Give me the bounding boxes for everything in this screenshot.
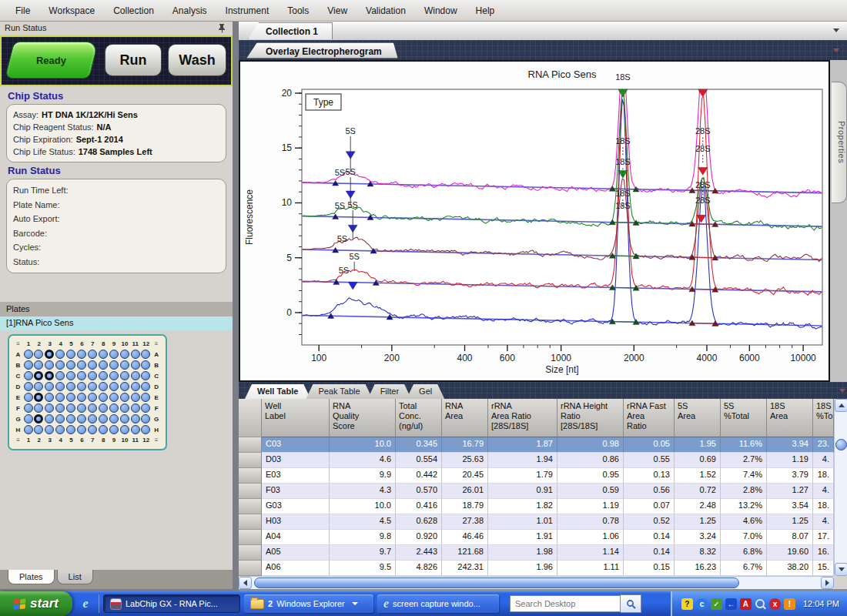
well-E9[interactable] xyxy=(109,393,119,402)
table-row-A05[interactable]: A059.72.443121.681.981.140.148.326.8%19.… xyxy=(239,545,834,561)
well-E1[interactable] xyxy=(24,393,33,402)
well-F5[interactable] xyxy=(66,403,75,413)
well-B3[interactable] xyxy=(45,360,54,370)
search-input[interactable] xyxy=(510,595,621,612)
wash-button[interactable]: Wash xyxy=(168,44,226,76)
well-D11[interactable] xyxy=(131,382,140,391)
well-B2[interactable] xyxy=(34,360,43,370)
row-header-cell[interactable] xyxy=(239,437,262,453)
well-A4[interactable] xyxy=(55,350,65,359)
well-A11[interactable] xyxy=(131,350,140,359)
well-D10[interactable] xyxy=(120,382,129,391)
sync-arrow-icon[interactable]: ← xyxy=(725,598,737,610)
tab-gel[interactable]: Gel xyxy=(407,384,444,399)
security-shield-icon[interactable]: x xyxy=(769,598,781,610)
menu-collection[interactable]: Collection xyxy=(104,2,163,19)
menu-instrument[interactable]: Instrument xyxy=(216,2,279,19)
table-row-F03[interactable]: F034.30.57026.010.910.590.560.722.8%1.27… xyxy=(239,484,834,499)
well-C2[interactable] xyxy=(34,371,43,380)
well-G6[interactable] xyxy=(77,414,86,424)
well-B6[interactable] xyxy=(77,360,86,370)
column-header-well-label[interactable]: WellLabel xyxy=(262,399,330,437)
menu-analysis[interactable]: Analysis xyxy=(163,2,216,19)
row-header-cell[interactable] xyxy=(239,468,262,484)
column-header-18s-area[interactable]: 18SArea xyxy=(767,399,813,437)
column-header-rna-area[interactable]: RNAArea xyxy=(442,399,488,437)
acrobat-icon[interactable]: A xyxy=(740,598,752,610)
menu-tools[interactable]: Tools xyxy=(278,2,318,19)
table-row-G03[interactable]: G0310.00.41618.791.821.190.072.4813.2%3.… xyxy=(239,499,834,514)
tab-overlay-electropherogram[interactable]: Overlay Electropherogram xyxy=(246,42,398,59)
well-H7[interactable] xyxy=(88,425,97,434)
well-D1[interactable] xyxy=(24,382,33,391)
well-D9[interactable] xyxy=(109,382,119,391)
well-D3[interactable] xyxy=(45,382,54,391)
well-H2[interactable] xyxy=(34,425,43,434)
task-button-0[interactable]: LabChip GX - RNA Pic... xyxy=(103,594,240,613)
column-header-rna-quality-score[interactable]: RNAQualityScore xyxy=(330,399,396,437)
row-header-cell[interactable] xyxy=(239,499,262,514)
well-C10[interactable] xyxy=(120,371,129,380)
well-E11[interactable] xyxy=(131,393,140,402)
well-C7[interactable] xyxy=(88,371,97,380)
well-D8[interactable] xyxy=(99,382,108,391)
view-dropdown-icon[interactable] xyxy=(833,49,839,52)
well-F9[interactable] xyxy=(109,403,119,413)
well-H8[interactable] xyxy=(99,425,108,434)
green-util-icon[interactable]: ✓ xyxy=(711,598,722,610)
well-G7[interactable] xyxy=(88,414,97,424)
well-D4[interactable] xyxy=(55,382,65,391)
table-row-D03[interactable]: D034.60.55425.631.940.860.550.692.7%1.19… xyxy=(239,453,834,468)
well-B11[interactable] xyxy=(131,360,140,370)
well-C8[interactable] xyxy=(99,371,108,380)
well-C5[interactable] xyxy=(66,371,75,380)
menu-validation[interactable]: Validation xyxy=(357,2,415,19)
column-header-5s-area[interactable]: 5SArea xyxy=(675,399,721,437)
internet-explorer-icon[interactable]: e xyxy=(82,597,88,611)
well-F2[interactable] xyxy=(34,403,43,413)
well-A2[interactable] xyxy=(34,350,43,359)
well-A6[interactable] xyxy=(77,350,86,359)
well-B4[interactable] xyxy=(55,360,65,370)
well-D5[interactable] xyxy=(66,382,75,391)
well-E6[interactable] xyxy=(77,393,86,402)
well-D6[interactable] xyxy=(77,382,86,391)
vertical-scroll-thumb[interactable] xyxy=(835,439,847,450)
tab-plates[interactable]: Plates xyxy=(8,570,55,584)
task-button-1[interactable]: 2Windows Explorer xyxy=(244,594,373,613)
well-A12[interactable] xyxy=(141,350,150,359)
well-E12[interactable] xyxy=(141,393,150,402)
well-G8[interactable] xyxy=(99,414,108,424)
column-header-rrnaheight-ratio-28s18s[interactable]: rRNA HeightRatio[28S/18S] xyxy=(557,399,624,437)
well-G4[interactable] xyxy=(55,414,65,424)
scroll-left-button[interactable] xyxy=(239,577,252,589)
scroll-up-button[interactable] xyxy=(835,399,847,412)
well-B10[interactable] xyxy=(120,360,129,370)
start-button[interactable]: start xyxy=(0,591,72,616)
well-E3[interactable] xyxy=(45,393,54,402)
well-H3[interactable] xyxy=(45,425,54,434)
well-C3[interactable] xyxy=(45,371,54,380)
well-B1[interactable] xyxy=(24,360,33,370)
row-header-cell[interactable] xyxy=(239,484,262,499)
well-C1[interactable] xyxy=(24,371,33,380)
tab-properties[interactable]: Properties xyxy=(832,82,847,203)
well-E5[interactable] xyxy=(66,393,75,402)
well-F3[interactable] xyxy=(45,403,54,413)
tab-list[interactable]: List xyxy=(57,570,93,584)
well-G9[interactable] xyxy=(109,414,119,424)
horizontal-scroll-thumb[interactable] xyxy=(254,578,739,588)
well-A10[interactable] xyxy=(120,350,129,359)
well-B12[interactable] xyxy=(141,360,150,370)
well-C4[interactable] xyxy=(55,371,65,380)
column-header-18s-tota[interactable]: 18S%Tota xyxy=(813,399,834,437)
well-E4[interactable] xyxy=(55,393,65,402)
well-A9[interactable] xyxy=(109,350,119,359)
magnifier-icon[interactable] xyxy=(755,598,766,610)
vertical-scrollbar[interactable] xyxy=(834,399,847,576)
run-button[interactable]: Run xyxy=(105,44,162,76)
well-H9[interactable] xyxy=(109,425,119,434)
well-H6[interactable] xyxy=(77,425,86,434)
well-A3[interactable] xyxy=(45,350,54,359)
table-row-A04[interactable]: A049.80.92046.461.911.060.143.247.0%8.07… xyxy=(239,530,834,545)
